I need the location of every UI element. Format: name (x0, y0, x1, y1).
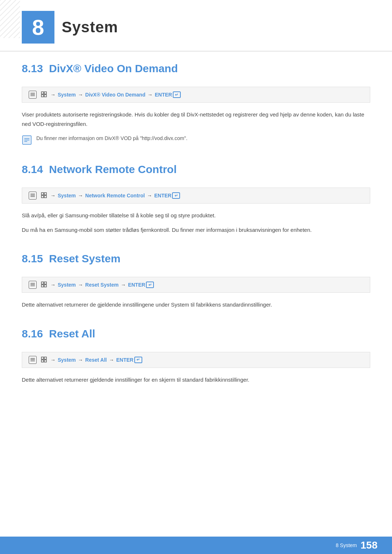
svg-rect-17 (41, 193, 44, 195)
section-title-8-13: 8.13 DivX® Video On Demand (22, 62, 370, 78)
svg-rect-31 (41, 357, 44, 359)
svg-rect-16 (30, 196, 35, 197)
chapter-header: 8 System (0, 0, 392, 52)
chapter-title: System (62, 19, 118, 36)
footer-chapter-label: 8 System (336, 542, 357, 548)
svg-rect-28 (30, 358, 35, 359)
svg-rect-15 (30, 195, 35, 196)
svg-rect-4 (30, 95, 35, 96)
svg-rect-19 (41, 196, 44, 198)
body-text-8-16-0: Dette alternativet returnerer gjeldende … (22, 375, 370, 385)
svg-rect-6 (44, 92, 46, 94)
grid-icon-8-16 (41, 357, 48, 363)
body-text-8-13-0: Viser produktets autoriserte registrerin… (22, 110, 370, 128)
svg-rect-8 (44, 95, 46, 97)
svg-rect-34 (44, 360, 46, 362)
svg-rect-21 (30, 283, 35, 284)
svg-rect-20 (44, 196, 46, 198)
body-text-8-14-1: Du må ha en Samsung-mobil som støtter tr… (22, 225, 370, 235)
nav-path-8-15: → System → Reset System → ENTER ↵ (22, 277, 370, 293)
svg-rect-3 (30, 94, 35, 95)
section-title-8-14: 8.14 Network Remote Control (22, 163, 370, 178)
enter-icon-8-13: ↵ (173, 91, 181, 98)
svg-rect-18 (44, 193, 46, 195)
section-8-16: 8.16 Reset All → System → (22, 328, 370, 385)
nav-path-8-14: → System → Network Remote Control → ENTE… (22, 188, 370, 204)
note-icon-8-13 (22, 135, 32, 145)
enter-icon-8-15: ↵ (146, 282, 154, 288)
section-title-8-15: 8.15 Reset System (22, 253, 370, 268)
svg-rect-25 (44, 282, 46, 284)
nav-path-8-13: → System → DivX® Video On Demand → ENTER… (22, 87, 370, 103)
svg-rect-29 (30, 359, 35, 360)
grid-icon-8-15 (41, 282, 48, 288)
svg-rect-7 (41, 95, 44, 97)
menu-icon-8-14 (29, 192, 37, 200)
svg-rect-32 (44, 357, 46, 359)
section-8-14: 8.14 Network Remote Control → Syste (22, 163, 370, 234)
svg-rect-30 (30, 361, 35, 361)
page-footer: 8 System 158 (0, 537, 392, 554)
svg-rect-2 (30, 93, 35, 94)
svg-rect-14 (30, 194, 35, 194)
section-title-8-16: 8.16 Reset All (22, 328, 370, 343)
menu-icon-8-16 (29, 356, 37, 364)
section-8-13: 8.13 DivX® Video On Demand → System (22, 62, 370, 145)
body-text-8-14-0: Slå av/på, eller gi Samsung-mobiler till… (22, 211, 370, 220)
svg-rect-22 (30, 284, 35, 285)
corner-pattern (0, 0, 20, 38)
note-text-8-13: Du finner mer informasjon om DivX® VOD p… (36, 134, 187, 142)
section-8-15: 8.15 Reset System → System → (22, 253, 370, 309)
note-box-8-13: Du finner mer informasjon om DivX® VOD p… (22, 134, 370, 145)
svg-rect-5 (41, 92, 44, 94)
body-text-8-15-0: Dette alternativet returnerer de gjelden… (22, 300, 370, 309)
svg-rect-33 (41, 360, 44, 362)
enter-icon-8-16: ↵ (134, 357, 142, 363)
menu-icon-8-15 (29, 281, 37, 289)
grid-icon-8-13 (41, 91, 48, 98)
svg-rect-1 (0, 0, 20, 38)
svg-rect-24 (41, 282, 44, 284)
footer-page-number: 158 (360, 539, 377, 551)
nav-path-8-16: → System → Reset All → ENTER ↵ (22, 352, 370, 368)
svg-rect-23 (30, 286, 35, 286)
enter-icon-8-14: ↵ (172, 192, 180, 199)
chapter-number: 8 (22, 11, 54, 44)
menu-icon-8-13 (29, 91, 37, 99)
svg-rect-26 (41, 285, 44, 287)
main-content: 8.13 DivX® Video On Demand → System (0, 55, 392, 424)
svg-rect-27 (44, 285, 46, 287)
grid-icon-8-14 (41, 192, 48, 199)
